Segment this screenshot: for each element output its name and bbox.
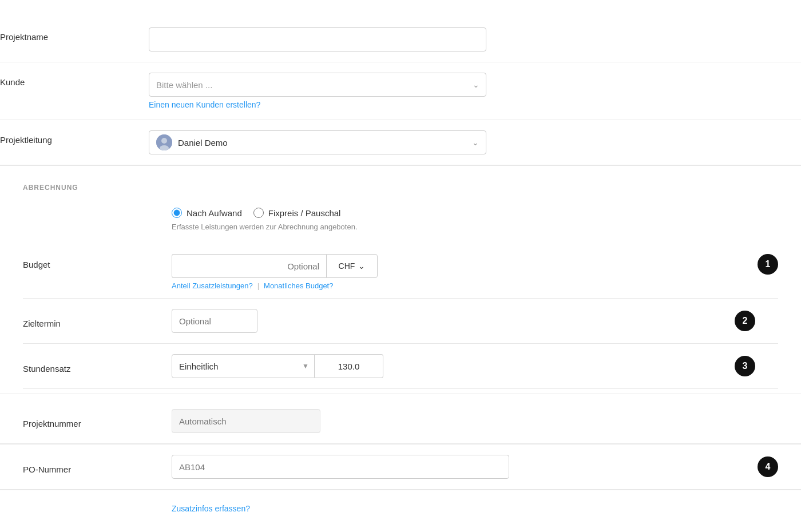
create-kunde-link[interactable]: Einen neuen Kunden erstellen?: [149, 100, 801, 109]
projektname-input[interactable]: [149, 27, 486, 51]
projektleitung-select[interactable]: Daniel Demo ⌄: [149, 130, 486, 154]
zusatzinfos-row: Zusatzinfos erfassen?: [0, 490, 801, 523]
anteil-zusatzleistungen-link[interactable]: Anteil Zusatzleistungen?: [172, 281, 253, 290]
budget-links: Anteil Zusatzleistungen? | Monatliches B…: [172, 281, 378, 290]
projektname-field: [149, 27, 801, 51]
budget-label: Budget: [23, 254, 172, 269]
billing-hint: Erfasste Leistungen werden zur Abrechnun…: [172, 223, 778, 231]
badge-3: 3: [735, 356, 755, 376]
abrechnung-section-title: ABRECHNUNG: [23, 184, 78, 192]
radio-fixpreis-input[interactable]: [253, 208, 264, 218]
projektnummer-row: Projektnummer: [0, 399, 801, 444]
billing-radio-group: Nach Aufwand Fixpreis / Pauschal: [172, 197, 778, 223]
kunde-label: Kunde: [0, 73, 149, 87]
radio-fixpreis[interactable]: Fixpreis / Pauschal: [253, 208, 341, 218]
stundensatz-row: Stundensatz Einheitlich ▼ 3: [23, 344, 778, 389]
radio-nach-aufwand[interactable]: Nach Aufwand: [172, 208, 242, 218]
projektname-label: Projektname: [0, 27, 149, 42]
zieltermin-label: Zieltermin: [23, 314, 172, 328]
zieltermin-input[interactable]: [172, 309, 257, 333]
badge-1: 1: [758, 254, 778, 275]
budget-link-separator: |: [257, 281, 259, 290]
kunde-row: Kunde Bitte wählen ... ⌄ Einen neuen Kun…: [0, 62, 801, 120]
budget-amount-input[interactable]: [172, 254, 326, 278]
zusatzinfos-empty-label: [23, 505, 172, 509]
projektname-row: Projektname: [0, 17, 801, 62]
kunde-field: Bitte wählen ... ⌄ Einen neuen Kunden er…: [149, 73, 801, 109]
stundensatz-value-input[interactable]: [315, 354, 383, 378]
badge-2: 2: [735, 311, 755, 331]
stundensatz-select-wrapper: Einheitlich ▼: [172, 354, 315, 378]
abrechnung-section: Nach Aufwand Fixpreis / Pauschal Erfasst…: [0, 197, 801, 389]
badge-4: 4: [758, 456, 778, 477]
stundensatz-inputs: Einheitlich ▼: [172, 354, 383, 378]
projektleitung-label: Projektleitung: [0, 130, 149, 145]
monatliches-budget-link[interactable]: Monatliches Budget?: [264, 281, 333, 290]
budget-currency-selector[interactable]: CHF ⌄: [326, 254, 378, 278]
radio-nach-aufwand-label: Nach Aufwand: [187, 208, 242, 218]
page-container: Projektname Kunde Bitte wählen ... ⌄ Ein…: [0, 0, 801, 532]
stundensatz-select[interactable]: Einheitlich: [172, 354, 315, 378]
stundensatz-label: Stundensatz: [23, 359, 172, 374]
projektleitung-field: Daniel Demo ⌄: [149, 130, 801, 154]
chevron-down-icon: ⌄: [472, 138, 479, 147]
zieltermin-row: Zieltermin 2: [23, 299, 778, 344]
radio-nach-aufwand-input[interactable]: [172, 208, 182, 218]
avatar: [156, 134, 172, 150]
currency-value: CHF: [339, 261, 355, 271]
budget-inputs: CHF ⌄: [172, 254, 378, 278]
po-nummer-input[interactable]: [172, 455, 509, 479]
budget-row: Budget CHF ⌄ Anteil Zusatzleistungen? | …: [23, 246, 778, 299]
projektnummer-label: Projektnummer: [23, 414, 172, 428]
projektleitung-name: Daniel Demo: [178, 138, 466, 148]
projektleitung-row: Projektleitung Daniel Demo ⌄: [0, 120, 801, 165]
zusatzinfos-link[interactable]: Zusatzinfos erfassen?: [172, 504, 250, 513]
svg-point-1: [161, 138, 167, 144]
po-nummer-label: PO-Nummer: [23, 460, 172, 474]
budget-field: CHF ⌄ Anteil Zusatzleistungen? | Monatli…: [172, 254, 378, 290]
abrechnung-divider: ABRECHNUNG: [0, 165, 801, 197]
chevron-down-icon: ⌄: [358, 261, 365, 271]
abrechnung-radio-container: Nach Aufwand Fixpreis / Pauschal Erfasst…: [23, 197, 778, 246]
po-nummer-row: PO-Nummer 4: [0, 444, 801, 490]
kunde-select-wrapper: Bitte wählen ... ⌄: [149, 73, 486, 97]
projektnummer-input[interactable]: [172, 409, 320, 433]
kunde-select[interactable]: Bitte wählen ...: [149, 73, 486, 97]
radio-fixpreis-label: Fixpreis / Pauschal: [268, 208, 341, 218]
